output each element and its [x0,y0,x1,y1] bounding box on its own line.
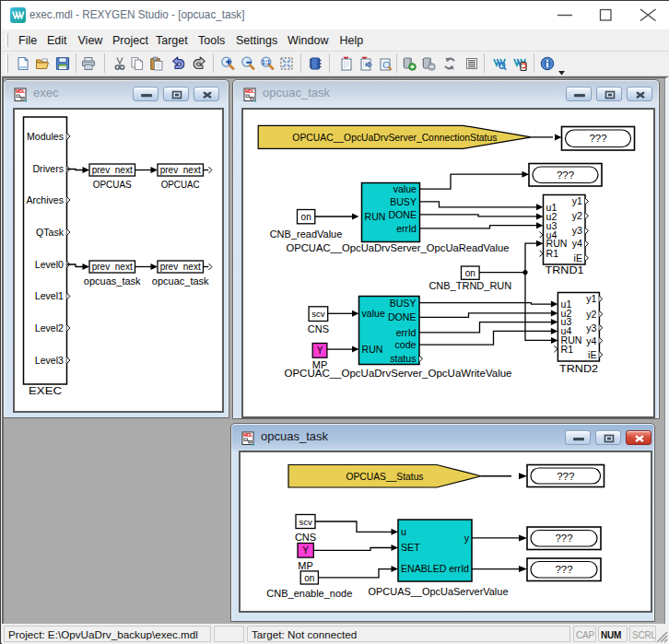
svg-text:CNS: CNS [307,322,328,334]
svg-text:MDL: MDL [245,88,254,94]
svg-text:y4: y4 [571,238,581,249]
svg-text:iE: iE [588,348,596,359]
svg-text:Y: Y [302,544,309,555]
svg-text:y2: y2 [586,308,596,319]
svg-text:y4: y4 [586,334,596,345]
svg-text:errId: errId [396,222,417,233]
svg-text:SET: SET [401,542,420,553]
svg-text:OPCUAS: OPCUAS [92,179,131,190]
svg-text:errId: errId [449,563,469,574]
svg-text:value: value [393,182,416,193]
svg-text:R1: R1 [546,248,558,259]
svg-text:ENABLED: ENABLED [401,563,447,574]
svg-text:???: ??? [555,533,572,544]
svg-text:OPCUAS__OpcUaServerValue: OPCUAS__OpcUaServerValue [368,586,508,597]
svg-text:Level2: Level2 [34,322,63,334]
svg-text:status: status [390,353,416,364]
svg-text:1:1: 1:1 [262,59,271,65]
svg-text:opcuas_task: opcuas_task [83,275,140,287]
svg-text:errId: errId [395,326,416,337]
svg-text:u: u [401,526,406,537]
svg-text:y3: y3 [571,225,581,236]
svg-text:???: ??? [556,169,573,180]
svg-text:RUN: RUN [361,343,382,354]
svg-text:R1: R1 [560,343,573,354]
svg-text:CNB_TRND_RUN: CNB_TRND_RUN [428,279,511,290]
svg-text:???: ??? [555,564,572,575]
svg-text:prev next: prev next [91,262,132,272]
svg-text:Archives: Archives [26,194,64,205]
svg-text:???: ??? [557,470,574,481]
svg-text:DONE: DONE [387,311,416,322]
svg-text:Level1: Level1 [34,290,63,301]
svg-text:QTask: QTask [35,227,64,238]
svg-text:Level3: Level3 [34,355,63,366]
svg-text:MDL: MDL [16,88,25,94]
svg-text:TRND1: TRND1 [545,263,583,275]
svg-text:on: on [300,211,311,221]
svg-text:scv: scv [311,309,325,319]
svg-text:OPCUAC: OPCUAC [160,179,199,190]
svg-text:MDL: MDL [243,432,252,438]
svg-text:y2: y2 [571,210,581,221]
svg-text:???: ??? [589,133,606,144]
svg-text:y: y [464,532,469,543]
svg-text:opcuac_task: opcuac_task [151,275,208,287]
svg-text:code: code [394,338,416,349]
svg-text:MP: MP [298,560,313,571]
svg-text:MP: MP [311,359,327,370]
svg-text:Y: Y [316,345,323,355]
svg-text:CNB_enable_node: CNB_enable_node [266,587,352,598]
svg-text:TRND2: TRND2 [559,363,598,374]
svg-text:value: value [361,308,384,319]
svg-text:y1: y1 [571,195,581,206]
svg-text:on: on [304,572,314,582]
svg-text:OPCUAS__Status: OPCUAS__Status [346,470,423,481]
svg-text:Drivers: Drivers [32,163,64,174]
svg-text:iE: iE [573,252,581,263]
svg-text:BUSY: BUSY [389,297,416,308]
svg-text:prev next: prev next [91,165,132,175]
svg-text:prev next: prev next [159,165,200,175]
svg-text:CNS: CNS [294,532,315,543]
svg-text:y1: y1 [586,293,596,304]
svg-text:scv: scv [299,516,312,526]
svg-text:Modules: Modules [26,131,63,142]
svg-text:RUN: RUN [364,210,385,221]
svg-text:OPCUAC__OpcUaDrvServer_Connect: OPCUAC__OpcUaDrvServer_ConnectionStatus [292,131,497,142]
svg-text:Level0: Level0 [34,259,63,270]
svg-text:prev next: prev next [159,262,200,272]
svg-text:EXEC: EXEC [29,385,62,396]
svg-text:DONE: DONE [388,208,417,219]
svg-text:CNB_readValue: CNB_readValue [269,228,342,240]
svg-text:on: on [464,267,475,277]
svg-text:BUSY: BUSY [390,195,417,206]
svg-text:y3: y3 [586,322,596,333]
svg-text:OPCUAC__OpcUaDrvServer_OpcUaRe: OPCUAC__OpcUaDrvServer_OpcUaReadValue [286,241,509,252]
